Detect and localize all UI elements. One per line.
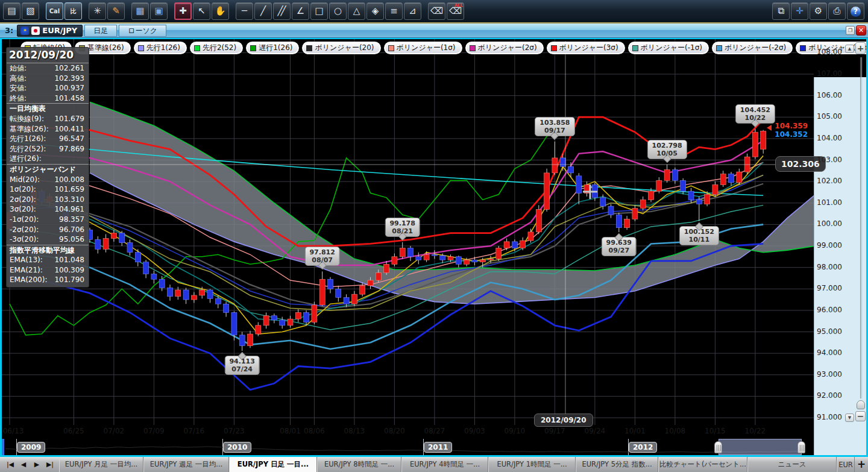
candle (729, 172, 734, 186)
tooltip-row: 1σ(20):101.659 (7, 184, 89, 195)
timeline-handle-left[interactable] (714, 441, 722, 453)
timeline-year-badge[interactable]: 2012 (629, 442, 657, 453)
angle-line-tool-icon[interactable]: ∠ (292, 2, 309, 20)
candle (504, 239, 509, 251)
settings-gear-icon[interactable]: ⚙ (810, 2, 827, 20)
tab-nav-prev[interactable]: ◀ (17, 461, 30, 468)
price-callout-label: 99.63909/27 (602, 237, 637, 256)
tooltip-row: -2σ(20):96.706 (7, 225, 89, 235)
vertical-scrollbar-track[interactable] (860, 57, 862, 398)
draw-pencil-icon[interactable]: ✎ (107, 2, 125, 20)
legend-toggle-boll20[interactable]: ボリンジャー(20) (302, 42, 380, 54)
data-tooltip-panel: 2012/09/20 始値:102.261高値:102.393安値:100.93… (6, 47, 89, 288)
tab-eur[interactable]: EUR (837, 457, 855, 472)
scroll-up-button[interactable]: ▲ (845, 45, 854, 53)
trend-line-tool-icon[interactable]: ╱ (254, 2, 272, 20)
tooltip-row-value: 100.411 (54, 124, 84, 134)
help-icon[interactable]: ? (847, 2, 864, 20)
scroll-down-button[interactable]: ▼ (845, 414, 854, 422)
legend-color-chip (800, 45, 806, 51)
chart-settings-icon[interactable]: ▦ (131, 2, 149, 20)
tab-eur-jpy-4-[interactable]: EUR/JPY 4時間足 一... (401, 457, 488, 472)
add-tab-button[interactable]: + (856, 457, 867, 472)
legend-toggle-chikou[interactable]: 遅行1(26) (246, 42, 299, 54)
candlestick-chart[interactable] (0, 38, 868, 456)
duplicate-window-icon[interactable]: ⧉ (772, 2, 790, 20)
timeline-year-badge[interactable]: 2011 (424, 442, 452, 453)
vertical-scrollbar-handle[interactable] (857, 400, 865, 409)
eraser-icon[interactable]: ⌫ (428, 2, 445, 20)
current-bid-price: 104.352 (774, 130, 808, 139)
window-number: 3: (5, 26, 13, 35)
compare-icon[interactable]: 比 (64, 2, 82, 20)
currency-pair-box[interactable]: ✶ EUR/JPY (17, 25, 83, 37)
calendar-icon[interactable]: Cal (46, 2, 63, 20)
timeline-year-badge[interactable]: 2009 (17, 442, 45, 453)
new-chart-icon[interactable]: ▧ (22, 2, 39, 20)
restore-window-button[interactable]: ❐ (846, 26, 855, 35)
chart-window-titlebar[interactable]: 3: ✶ EUR/JPY 日足 ローソク ❐ ✕ (0, 24, 868, 38)
pointer-tool-icon[interactable]: ↖ (193, 2, 210, 20)
candle (400, 242, 405, 259)
ellipse-tool-icon[interactable]: ○ (329, 2, 347, 20)
callout-price: 102.798 (652, 142, 682, 149)
tab-eur-jpy-1-[interactable]: EUR/JPY 1時間足 一... (488, 457, 576, 472)
tab-eur-jpy-[interactable]: EUR/JPY 週足 一目均... (143, 457, 229, 472)
legend-toggle-boll-m2[interactable]: ボリンジャー(-2σ) (712, 42, 793, 54)
ray-line-tool-icon[interactable]: ⊿ (404, 2, 421, 20)
indicator-icon[interactable]: ✳ (89, 2, 106, 20)
timeline-selection-range[interactable] (719, 439, 802, 455)
legend-toggle-senkou2[interactable]: 先行2(52) (190, 42, 243, 54)
candle (239, 332, 245, 351)
legend-toggle-boll-p1[interactable]: ボリンジャー(1σ) (384, 42, 462, 54)
legend-toggle-boll-m1[interactable]: ボリンジャー(-1σ) (628, 42, 709, 54)
horizontal-line-tool-icon[interactable]: ─ (236, 2, 253, 20)
candle (319, 271, 325, 306)
rectangle-tool-icon[interactable]: □ (310, 2, 328, 20)
tab-nav-last[interactable]: ▶| (43, 461, 57, 468)
candle (392, 253, 397, 266)
save-icon[interactable]: ▣ (150, 2, 168, 20)
legend-toggle-boll-p2[interactable]: ボリンジャー(2σ) (465, 42, 544, 54)
tooltip-section-title: 指数平滑移動平均線 (7, 245, 89, 256)
print-icon[interactable]: ⎙ (828, 2, 846, 20)
tooltip-section-title: ボリンジャーバンド (7, 164, 89, 175)
close-window-button[interactable]: ✕ (856, 25, 866, 36)
triangle-tool-icon[interactable]: △ (348, 2, 365, 20)
legend-toggle-boll-p3[interactable]: ボリンジャー(3σ) (547, 42, 625, 54)
timeline-year-badge[interactable]: 2010 (223, 442, 251, 453)
legend-color-chip (388, 45, 394, 51)
legend-label: ボリンジャー(-2σ) (725, 43, 786, 53)
tab--[interactable]: 比較チャート(パーセント... (658, 457, 747, 472)
tab-eur-jpy-8-[interactable]: EUR/JPY 8時間足 一... (317, 457, 401, 472)
tab-eur-jpy-5-[interactable]: EUR/JPY 5分足 指数... (576, 457, 658, 472)
chart-type-selector[interactable]: ローソク (119, 25, 166, 37)
erase-all-icon[interactable]: ⌫ALL (447, 2, 464, 20)
callout-price: 99.639 (606, 239, 632, 247)
candle (608, 204, 614, 218)
chart-list-icon[interactable]: ▤ (3, 2, 20, 20)
fullscreen-icon[interactable]: ✛ (791, 2, 808, 20)
multi-line-tool-icon[interactable]: ≡ (385, 2, 403, 20)
date-axis-label: 07/02 (104, 427, 125, 435)
tab-eur-jpy-[interactable]: EUR/JPY 日足 一目... (229, 457, 317, 472)
zoom-out-button[interactable]: − (855, 411, 866, 421)
tooltip-row-value: 100.008 (54, 175, 84, 185)
zoom-in-button[interactable]: + (855, 42, 866, 54)
pentagon-tool-icon[interactable]: ◈ (366, 2, 384, 20)
candle (656, 177, 662, 194)
candle (95, 236, 101, 254)
tab--[interactable]: ニュース (747, 457, 837, 472)
timeline-handle-right[interactable] (797, 441, 805, 453)
tab-nav-first[interactable]: |◀ (4, 461, 17, 468)
parallel-lines-tool-icon[interactable]: ╱╱ (273, 2, 291, 20)
tab-nav-next[interactable]: ▶ (30, 461, 43, 468)
candle (640, 197, 646, 210)
legend-toggle-senkou1[interactable]: 先行1(26) (134, 42, 187, 54)
tab-eur-jpy-[interactable]: EUR/JPY 月足 一目均... (59, 457, 143, 472)
crosshair-tool-icon[interactable]: ✚ (174, 2, 192, 20)
tooltip-row-value: 101.679 (54, 114, 84, 124)
hand-tool-icon[interactable]: ✋ (212, 2, 229, 20)
tooltip-row: 終値:101.458 (7, 93, 89, 104)
timeframe-selector[interactable]: 日足 (84, 25, 117, 37)
